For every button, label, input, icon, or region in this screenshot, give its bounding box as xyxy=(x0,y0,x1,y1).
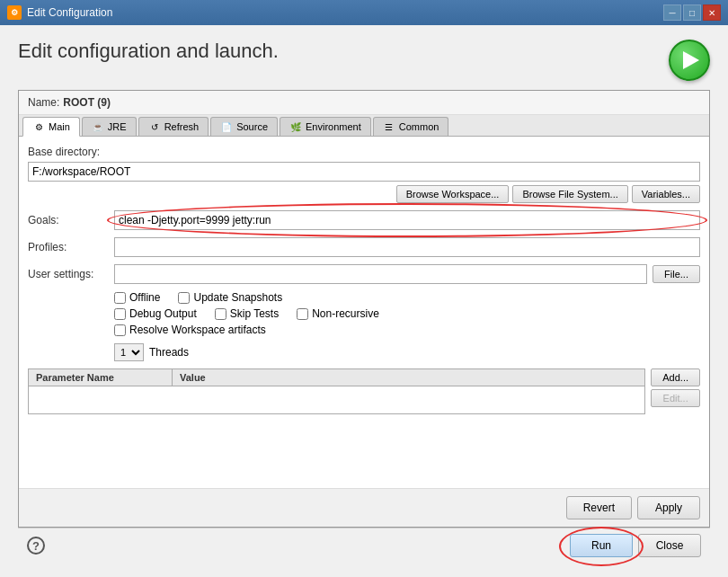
run-button[interactable]: Run xyxy=(570,534,633,557)
tab-environment[interactable]: 🌿 Environment xyxy=(280,117,371,136)
tab-source[interactable]: 📄 Source xyxy=(210,117,278,136)
resolve-workspace-checkbox-label[interactable]: Resolve Workspace artifacts xyxy=(114,324,266,336)
edit-button[interactable]: Edit... xyxy=(651,389,700,407)
tab-refresh[interactable]: ↺ Refresh xyxy=(138,117,209,136)
table-body xyxy=(29,386,644,413)
jre-tab-icon: ☕ xyxy=(92,120,104,133)
browse-buttons-row: Browse Workspace... Browse File System..… xyxy=(28,185,700,203)
table-side-buttons: Add... Edit... xyxy=(651,368,700,407)
profiles-label: Profiles: xyxy=(28,241,109,253)
tab-main[interactable]: ⚙ Main xyxy=(22,117,80,137)
base-directory-input[interactable] xyxy=(28,162,700,182)
user-settings-row: User settings: File... xyxy=(28,264,700,284)
param-value-header: Value xyxy=(173,369,644,386)
maximize-button[interactable]: □ xyxy=(683,4,701,21)
tab-jre-label: JRE xyxy=(108,121,127,132)
parameter-table-wrapper: Parameter Name Value xyxy=(28,368,645,414)
base-directory-label: Base directory: xyxy=(28,146,700,158)
name-row: Name: ROOT (9) xyxy=(19,91,709,115)
name-value: ROOT (9) xyxy=(63,96,111,109)
threads-select[interactable]: 1 2 4 xyxy=(114,343,144,361)
profiles-row: Profiles: xyxy=(28,237,700,257)
user-settings-label: User settings: xyxy=(28,268,109,280)
apply-button[interactable]: Apply xyxy=(637,496,700,519)
bottom-action-buttons: Run Close xyxy=(570,534,701,557)
tab-common[interactable]: ☰ Common xyxy=(373,117,449,136)
non-recursive-label: Non-recursive xyxy=(312,307,379,320)
checkboxes-section: Offline Update Snapshots Debug Output xyxy=(114,291,700,336)
profiles-input[interactable] xyxy=(114,237,700,257)
resolve-workspace-label: Resolve Workspace artifacts xyxy=(129,324,266,336)
minimize-button[interactable]: ─ xyxy=(663,4,681,21)
offline-label: Offline xyxy=(129,291,160,304)
layout-wrapper: Name: ROOT (9) ⚙ Main ☕ JRE ↺ Refresh xyxy=(18,90,710,528)
goals-row: Goals: xyxy=(28,210,700,230)
play-triangle xyxy=(683,51,699,69)
non-recursive-checkbox[interactable] xyxy=(297,308,308,320)
base-directory-section: Base directory: Browse Workspace... Brow… xyxy=(28,146,700,203)
parameter-table-section: Parameter Name Value Add... Edit... xyxy=(28,368,700,414)
resolve-workspace-checkbox[interactable] xyxy=(114,324,126,336)
skip-tests-label: Skip Tests xyxy=(230,307,279,320)
window-content: Edit configuration and launch. Name: ROO… xyxy=(0,25,728,577)
tab-source-label: Source xyxy=(236,121,268,132)
main-tab-icon: ⚙ xyxy=(32,120,45,133)
browse-workspace-button[interactable]: Browse Workspace... xyxy=(396,185,510,203)
refresh-tab-icon: ↺ xyxy=(148,120,161,133)
non-recursive-checkbox-label[interactable]: Non-recursive xyxy=(297,307,379,320)
tab-environment-label: Environment xyxy=(306,121,361,132)
title-bar: ⚙ Edit Configuration ─ □ ✕ xyxy=(0,0,728,25)
environment-tab-icon: 🌿 xyxy=(289,120,302,133)
checkbox-row-1: Offline Update Snapshots xyxy=(114,291,700,304)
browse-filesystem-button[interactable]: Browse File System... xyxy=(512,185,627,203)
debug-output-checkbox-label[interactable]: Debug Output xyxy=(114,307,197,320)
goals-input[interactable] xyxy=(114,210,700,230)
source-tab-icon: 📄 xyxy=(220,120,233,133)
header-area: Edit configuration and launch. xyxy=(18,40,710,81)
variables-button[interactable]: Variables... xyxy=(632,185,700,203)
param-name-header: Parameter Name xyxy=(29,369,173,386)
debug-output-checkbox[interactable] xyxy=(114,308,126,320)
add-button[interactable]: Add... xyxy=(651,368,700,386)
tab-main-label: Main xyxy=(49,121,70,132)
main-panel: Name: ROOT (9) ⚙ Main ☕ JRE ↺ Refresh xyxy=(18,90,710,528)
update-snapshots-label: Update Snapshots xyxy=(193,291,282,304)
skip-tests-checkbox[interactable] xyxy=(215,308,226,320)
checkbox-row-3: Resolve Workspace artifacts xyxy=(114,324,700,336)
name-label: Name: xyxy=(28,96,59,109)
offline-checkbox[interactable] xyxy=(114,292,126,304)
user-settings-input[interactable] xyxy=(114,264,647,284)
parameter-table: Parameter Name Value xyxy=(28,368,645,414)
very-bottom: ? Run Close xyxy=(18,528,710,563)
tab-content-main: Base directory: Browse Workspace... Brow… xyxy=(19,137,709,488)
window-title: Edit Configuration xyxy=(27,6,112,19)
close-button[interactable]: ✕ xyxy=(703,4,721,21)
threads-label: Threads xyxy=(149,346,189,359)
checkbox-row-2: Debug Output Skip Tests Non-recursive xyxy=(114,307,700,320)
bottom-buttons: Revert Apply xyxy=(19,488,709,527)
run-icon-decoration xyxy=(669,40,710,81)
update-snapshots-checkbox-label[interactable]: Update Snapshots xyxy=(178,291,282,304)
page-title: Edit configuration and launch. xyxy=(18,40,279,63)
common-tab-icon: ☰ xyxy=(383,120,395,133)
skip-tests-checkbox-label[interactable]: Skip Tests xyxy=(215,307,279,320)
run-button-wrapper: Run xyxy=(570,534,633,557)
goals-input-wrapper xyxy=(114,210,700,230)
threads-row: 1 2 4 Threads xyxy=(114,343,700,361)
help-icon[interactable]: ? xyxy=(27,537,45,555)
revert-button[interactable]: Revert xyxy=(566,496,632,519)
table-header: Parameter Name Value xyxy=(29,369,644,386)
tabs-bar: ⚙ Main ☕ JRE ↺ Refresh 📄 Source 🌿 En xyxy=(19,115,709,137)
tab-jre[interactable]: ☕ JRE xyxy=(82,117,137,136)
tab-common-label: Common xyxy=(399,121,439,132)
close-dialog-button[interactable]: Close xyxy=(638,534,701,557)
tab-refresh-label: Refresh xyxy=(164,121,200,132)
debug-output-label: Debug Output xyxy=(129,307,197,320)
file-button[interactable]: File... xyxy=(653,265,700,283)
update-snapshots-checkbox[interactable] xyxy=(178,292,190,304)
offline-checkbox-label[interactable]: Offline xyxy=(114,291,160,304)
goals-label: Goals: xyxy=(28,214,109,226)
app-icon: ⚙ xyxy=(7,5,22,20)
